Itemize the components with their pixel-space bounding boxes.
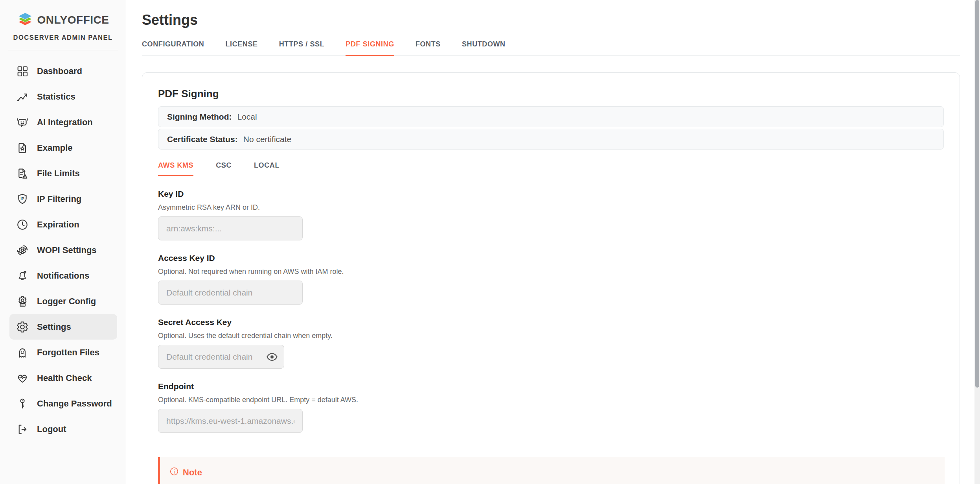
sidebar-item-label: Health Check xyxy=(37,373,92,383)
tab-shutdown[interactable]: SHUTDOWN xyxy=(462,40,506,56)
sidebar-item-label: WOPI Settings xyxy=(37,245,97,255)
sidebar-item-label: AI Integration xyxy=(37,117,93,127)
document-warning-icon xyxy=(16,167,29,180)
sidebar-item-label: Notifications xyxy=(37,271,89,281)
key-icon xyxy=(16,397,29,410)
gear-icon xyxy=(16,320,29,334)
sidebar-item-expiration[interactable]: Expiration xyxy=(0,212,126,237)
sidebar-item-health-check[interactable]: Health Check xyxy=(0,365,126,391)
tab-fonts[interactable]: FONTS xyxy=(416,40,441,56)
sidebar-item-forgotten-files[interactable]: Forgotten Files xyxy=(0,340,126,365)
page-title: Settings xyxy=(142,12,974,28)
gear-log-icon xyxy=(16,295,29,308)
access-key-id-input[interactable] xyxy=(158,281,303,305)
sidebar-item-logout[interactable]: Logout xyxy=(0,416,126,442)
access-key-id-field-group: Access Key ID Optional. Not required whe… xyxy=(158,253,944,305)
secret-access-key-label: Secret Access Key xyxy=(158,318,944,327)
sidebar-item-label: Example xyxy=(37,143,73,153)
brand-name: ONLYOFFICE xyxy=(37,14,109,26)
subtab-aws-kms[interactable]: AWS KMS xyxy=(158,161,193,176)
scrollbar-thumb[interactable] xyxy=(975,0,979,388)
note-title: Note xyxy=(183,467,202,478)
endpoint-label: Endpoint xyxy=(158,382,944,391)
sidebar-item-statistics[interactable]: Statistics xyxy=(0,84,126,109)
heart-pulse-icon xyxy=(16,371,29,385)
sidebar: ONLYOFFICE DOCSERVER ADMIN PANEL Dashboa… xyxy=(0,0,126,484)
tab-configuration[interactable]: CONFIGURATION xyxy=(142,40,204,56)
info-circle-icon xyxy=(169,467,179,478)
sidebar-item-label: IP Filtering xyxy=(37,194,81,204)
ghost-icon xyxy=(16,346,29,359)
shield-ip-icon: IP xyxy=(16,192,29,206)
subtab-csc[interactable]: CSC xyxy=(216,161,232,176)
sidebar-item-change-password[interactable]: Change Password xyxy=(0,391,126,416)
endpoint-help: Optional. KMS-compatible endpoint URL. E… xyxy=(158,396,944,404)
sidebar-item-label: File Limits xyxy=(37,168,80,179)
statistics-icon xyxy=(16,90,29,103)
sidebar-item-dashboard[interactable]: Dashboard xyxy=(0,58,126,84)
scrollbar-track[interactable] xyxy=(974,0,980,484)
tab-pdf-signing[interactable]: PDF SIGNING xyxy=(346,40,394,56)
secret-access-key-field-group: Secret Access Key Optional. Uses the def… xyxy=(158,318,944,369)
dashboard-icon xyxy=(16,65,29,78)
secret-access-key-help: Optional. Uses the default credential ch… xyxy=(158,332,944,340)
signing-method-label: Signing Method: xyxy=(167,112,232,122)
endpoint-input[interactable] xyxy=(158,409,303,433)
sidebar-item-file-limits[interactable]: File Limits xyxy=(0,161,126,186)
key-id-label: Key ID xyxy=(158,189,944,199)
key-id-help: Asymmetric RSA key ARN or ID. xyxy=(158,203,944,212)
sidebar-item-settings[interactable]: Settings xyxy=(9,314,117,340)
signing-method-value: Local xyxy=(237,112,257,122)
sidebar-item-label: Forgotten Files xyxy=(37,347,99,358)
signing-method-row: Signing Method: Local xyxy=(158,106,944,127)
logout-icon xyxy=(16,423,29,436)
sidebar-item-label: Settings xyxy=(37,322,71,332)
tab-https-ssl[interactable]: HTTPS / SSL xyxy=(279,40,325,56)
sidebar-item-label: Dashboard xyxy=(37,66,82,76)
sidebar-nav: Dashboard Statistics AI Integration Exam… xyxy=(0,58,126,442)
sidebar-item-label: Logger Config xyxy=(37,296,96,307)
settings-tabs: CONFIGURATION LICENSE HTTPS / SSL PDF SI… xyxy=(142,40,960,56)
subtab-local[interactable]: LOCAL xyxy=(254,161,279,176)
sidebar-item-example[interactable]: Example xyxy=(0,135,126,161)
note-callout: Note Upload a PEM file with the certific… xyxy=(158,457,945,484)
robot-icon xyxy=(16,116,29,129)
endpoint-field-group: Endpoint Optional. KMS-compatible endpoi… xyxy=(158,382,944,433)
clock-icon xyxy=(16,218,29,231)
sidebar-item-notifications[interactable]: Notifications xyxy=(0,263,126,288)
main-content: Settings CONFIGURATION LICENSE HTTPS / S… xyxy=(126,0,974,484)
certificate-status-row: Certificate Status: No certificate xyxy=(158,129,944,150)
signing-method-subtabs: AWS KMS CSC LOCAL xyxy=(158,161,944,176)
brand-block: ONLYOFFICE DOCSERVER ADMIN PANEL xyxy=(0,0,126,41)
sidebar-item-ai-integration[interactable]: AI Integration xyxy=(0,109,126,135)
sidebar-item-ip-filtering[interactable]: IP IP Filtering xyxy=(0,186,126,212)
sidebar-item-logger-config[interactable]: Logger Config xyxy=(0,288,126,314)
sidebar-item-label: Logout xyxy=(37,424,66,434)
tab-license[interactable]: LICENSE xyxy=(225,40,257,56)
sidebar-item-wopi-settings[interactable]: WOPI Settings xyxy=(0,237,126,263)
document-star-icon xyxy=(16,141,29,155)
sidebar-item-label: Expiration xyxy=(37,220,79,230)
bell-icon xyxy=(16,269,29,283)
certificate-status-value: No certificate xyxy=(243,135,292,144)
gear-sync-icon xyxy=(16,244,29,257)
access-key-id-help: Optional. Not required when running on A… xyxy=(158,268,944,276)
key-id-input[interactable] xyxy=(158,216,303,240)
sidebar-item-label: Statistics xyxy=(37,92,75,102)
pdf-signing-card: PDF Signing Signing Method: Local Certif… xyxy=(142,72,960,484)
section-title: PDF Signing xyxy=(158,88,944,100)
visibility-eye-icon xyxy=(266,358,278,364)
secret-access-key-input[interactable] xyxy=(158,345,284,369)
onlyoffice-logo-icon xyxy=(17,12,33,28)
toggle-visibility-button[interactable] xyxy=(266,351,278,363)
sidebar-item-label: Change Password xyxy=(37,399,112,409)
certificate-status-label: Certificate Status: xyxy=(167,135,238,144)
brand-subtitle: DOCSERVER ADMIN PANEL xyxy=(0,34,126,41)
key-id-field-group: Key ID Asymmetric RSA key ARN or ID. xyxy=(158,189,944,240)
sidebar-divider xyxy=(8,50,118,50)
svg-text:IP: IP xyxy=(20,196,24,201)
access-key-id-label: Access Key ID xyxy=(158,253,944,263)
